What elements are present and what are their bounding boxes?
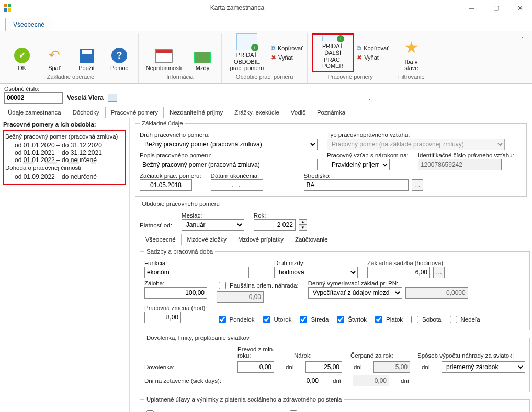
calendar-small-icon[interactable]	[108, 94, 117, 102]
typ-select: Pracovný pomer (na základe pracovnej zml…	[327, 139, 505, 150]
advance-input[interactable]	[144, 287, 207, 299]
day-wed[interactable]	[300, 316, 307, 323]
absence-button[interactable]: Neprítomnosti	[143, 33, 185, 72]
start-label: Začiatok prac. pomeru:	[140, 173, 201, 179]
group-relation-label: Pracovné pomery	[328, 72, 373, 83]
calendar-icon	[155, 49, 173, 63]
group-filter-label: Filtrovanie	[398, 72, 425, 83]
center-input[interactable]	[304, 179, 409, 191]
svg-rect-3	[8, 8, 11, 12]
ribbon-collapse-toggle[interactable]: ˆ	[516, 33, 529, 83]
window-minimize[interactable]	[460, 0, 484, 16]
day-sat[interactable]	[411, 316, 418, 323]
center-browse-button[interactable]: …	[412, 179, 423, 191]
tree-subitem[interactable]: od 01.01.2020 – do 31.12.2020	[5, 142, 124, 149]
window-maximize[interactable]	[484, 0, 508, 16]
cut-relation-button[interactable]: ✖Vyňať	[357, 54, 379, 61]
card-tab-4[interactable]: Zrážky, exekúcie	[229, 107, 285, 118]
tree-subitem[interactable]: od 01.01.2022 – do neurčené	[5, 156, 124, 164]
inner-tab-0[interactable]: Všeobecné	[140, 234, 182, 245]
end-input[interactable]	[211, 179, 263, 191]
person-number-input[interactable]	[4, 92, 63, 104]
dov-used-input	[373, 361, 410, 373]
card-tab-6[interactable]: Poznámka	[311, 107, 351, 118]
holiday-select[interactable]: priemerný zárobok	[442, 361, 525, 373]
flat-input	[217, 291, 264, 303]
baserate-input[interactable]	[367, 267, 430, 278]
flat-label: Paušálna priem. náhrada:	[230, 282, 299, 289]
advance-label: Záloha:	[144, 280, 207, 287]
wages-button[interactable]: Mzdy	[188, 33, 217, 72]
cut-icon: ✖	[357, 54, 362, 61]
dov-ent-input[interactable]	[305, 361, 342, 373]
sick-ent-input[interactable]	[285, 375, 321, 386]
help-button[interactable]: ?Pomoc	[105, 33, 134, 72]
tree-item[interactable]: Dohoda o pracovnej činnosti	[5, 164, 124, 173]
copy-icon: ⧉	[357, 44, 361, 52]
undo-icon: ↶	[49, 48, 60, 63]
card-tab-3[interactable]: Nezdaniteľné príjmy	[164, 107, 229, 118]
only-in-state-button[interactable]: ★Iba v stave	[398, 33, 425, 72]
copy-period-button[interactable]: ⧉Kopírovať	[271, 44, 303, 52]
year-up[interactable]: ▲	[299, 219, 307, 225]
func-input[interactable]	[144, 267, 249, 278]
fieldset-exempt: Uplatnené úľavy a výnimky z platenia soc…	[140, 396, 530, 412]
svg-rect-2	[4, 8, 7, 12]
cut-period-button[interactable]: ✖Vyňať	[271, 54, 293, 61]
year-input[interactable]	[254, 219, 296, 231]
help-icon: ?	[111, 48, 127, 63]
tree-subitem[interactable]: od 01.09.2022 – do neurčené	[5, 173, 124, 180]
inner-tab-2[interactable]: Mzdové príplatky	[232, 234, 289, 245]
ribbon-tab-general[interactable]: Všeobecné	[5, 18, 52, 31]
check-icon: ✔	[14, 48, 30, 63]
wagetype-select[interactable]: hodinová	[274, 267, 358, 278]
copy-relation-button[interactable]: ⧉Kopírovať	[357, 44, 389, 52]
back-button[interactable]: ↶Späť	[40, 33, 69, 72]
legend-period: Obdobie pracovného pomeru	[140, 201, 222, 207]
popis-input[interactable]	[140, 159, 318, 170]
day-tue[interactable]	[263, 316, 270, 323]
ent-col-label: Nárok:	[294, 352, 341, 359]
id-input	[418, 159, 502, 170]
start-input[interactable]	[140, 179, 192, 191]
druh-select[interactable]: Bežný pracovný pomer (pracovná zmluva)	[140, 139, 318, 150]
legend-rates: Sadzby a pracovná doba	[144, 248, 215, 255]
sick-used-input	[353, 375, 389, 386]
day-fri[interactable]	[375, 316, 382, 323]
dov-prev-input[interactable]	[237, 361, 274, 373]
center-label: Stredisko:	[304, 173, 423, 179]
tree-subitem[interactable]: od 01.01.2021 – do 31.12.2021	[5, 149, 124, 156]
tree-item[interactable]: Bežný pracovný pomer (pracovná zmluva)	[5, 132, 124, 142]
app-icon	[3, 4, 12, 12]
add-period-button[interactable]: PRIDAŤ OBDOBIE prac. pomeru	[226, 33, 268, 72]
inner-tab-3[interactable]: Zaúčtovanie	[289, 234, 334, 245]
inner-tab-1[interactable]: Mzdové zložky	[182, 234, 232, 245]
shift-input[interactable]	[144, 312, 181, 323]
year-label: Rok:	[254, 212, 307, 219]
card-tab-0[interactable]: Údaje zamestnanca	[2, 107, 67, 118]
card-tab-1[interactable]: Dôchodky	[67, 107, 105, 118]
window-close[interactable]	[508, 0, 532, 16]
func-label: Funkcia:	[144, 260, 249, 266]
day-sun[interactable]	[450, 316, 457, 323]
year-down[interactable]: ▼	[299, 225, 307, 231]
copy-icon: ⧉	[271, 44, 276, 52]
flat-checkbox[interactable]	[219, 282, 226, 289]
card-tab-2[interactable]: Pracovné pomery	[105, 107, 164, 118]
month-select[interactable]: Január	[182, 219, 244, 231]
card-tab-5[interactable]: Vodič	[285, 107, 311, 118]
add-relation-icon	[322, 36, 343, 41]
fieldset-rates: Sadzby a pracovná doba Funkcia: Druh mzd…	[140, 248, 530, 330]
apply-button[interactable]: Použiť	[72, 33, 101, 72]
indicator-dot: .	[369, 96, 528, 99]
day-mon[interactable]	[219, 316, 226, 323]
cut-icon: ✖	[271, 54, 276, 61]
day-thu[interactable]	[337, 316, 344, 323]
narok-select[interactable]: Pravidelný príjem	[327, 159, 390, 170]
dov-row-label: Dovolenka:	[144, 364, 228, 370]
legend-exempt: Uplatnené úľavy a výnimky z platenia soc…	[144, 396, 344, 403]
ok-button[interactable]: ✔OK	[7, 33, 37, 72]
add-relation-button[interactable]: PRIDAŤ ĎALŠÍ PRAC. POMER	[312, 33, 354, 72]
baserate-browse[interactable]: …	[433, 267, 445, 278]
dvz-select[interactable]: Vypočítavať z údajov miezd	[308, 287, 402, 299]
